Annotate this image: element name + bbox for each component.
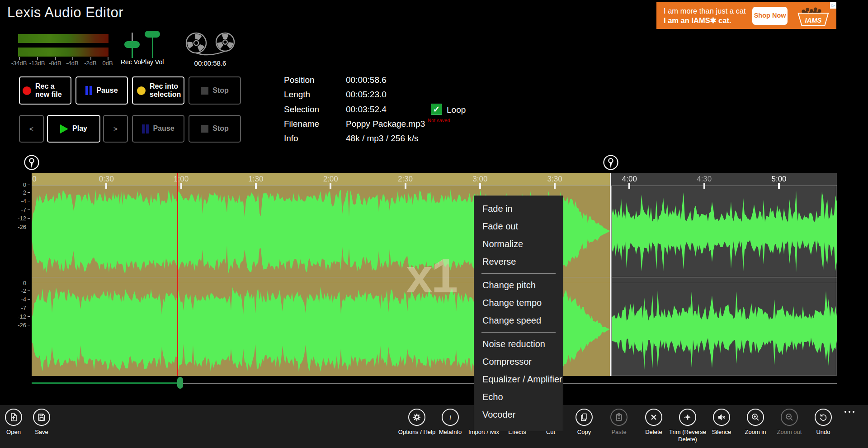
filename-value: Poppy Package.mp3	[346, 119, 425, 129]
rec-new-file-button[interactable]: Rec a new file	[19, 76, 71, 105]
play-volume-label: Play Vol	[141, 58, 164, 66]
db-axis-tick	[28, 299, 30, 300]
timeline-tick-mark	[330, 183, 331, 189]
toolbar-button-undo[interactable]: Undo	[803, 409, 844, 436]
db-axis-tick	[28, 316, 30, 317]
record-circle-icon	[23, 86, 31, 95]
zoom-level-watermark: x1	[406, 252, 457, 300]
play-button[interactable]: Play	[47, 115, 100, 143]
play-volume-handle[interactable]	[145, 31, 160, 38]
play-pause-button[interactable]: Pause	[132, 115, 184, 143]
record-into-circle-icon	[137, 86, 146, 95]
pause-bars-icon	[85, 86, 92, 95]
loop-label: Loop	[447, 105, 466, 115]
rec-pause-button[interactable]: Pause	[75, 76, 128, 105]
db-axis-label: -12	[14, 313, 26, 320]
timeline-ruler[interactable]	[32, 173, 611, 186]
playhead[interactable]	[177, 173, 178, 376]
marker-pin-start[interactable]	[23, 154, 41, 174]
copy-icon	[576, 409, 593, 426]
db-axis-label: -7	[14, 305, 26, 311]
menu-item-fade-out[interactable]: Fade out	[474, 218, 563, 235]
menu-item-fade-in[interactable]: Fade in	[474, 200, 563, 218]
db-axis-tick	[28, 283, 30, 283]
menu-item-vocoder[interactable]: Vocoder	[474, 406, 563, 424]
rec-volume-handle[interactable]	[124, 41, 140, 48]
loop-checkbox[interactable]: ✓	[431, 104, 442, 115]
db-axis-tick	[28, 185, 30, 185]
effects-menu: Fade in Fade out Normalize Reverse Chang…	[474, 195, 563, 431]
info-row-label: Position	[284, 75, 315, 85]
pause-bars-icon	[142, 124, 149, 133]
app-title: Lexis Audio Editor	[7, 5, 123, 21]
timeline-tick-label: 3:30	[547, 175, 562, 184]
timeline-tick-mark	[479, 183, 481, 189]
timeline-tick-label: 1:30	[248, 175, 263, 184]
position-value: 00:00:58.6	[346, 75, 387, 85]
timeline-tick-label: 1:00	[174, 175, 189, 184]
db-axis-tick	[28, 227, 30, 227]
trim-icon	[679, 409, 696, 426]
menu-separator	[481, 332, 556, 333]
silence-icon	[713, 409, 730, 426]
open-icon	[5, 409, 22, 426]
db-axis-tick	[28, 201, 30, 201]
timeline-tick-label: 0:30	[99, 175, 114, 184]
ad-banner[interactable]: I am more than just a cat I am an IAMS✱ …	[656, 2, 836, 29]
save-icon	[33, 409, 50, 426]
more-button[interactable]	[844, 411, 854, 413]
marker-pin-end[interactable]	[602, 154, 620, 174]
rec-stop-button[interactable]: Stop	[189, 76, 241, 105]
skip-back-button[interactable]: <	[19, 115, 44, 143]
db-axis-tick	[28, 192, 30, 193]
db-axis-label: -2	[14, 189, 26, 196]
tape-reels-icon	[183, 30, 236, 59]
svg-text:IAMS: IAMS	[805, 17, 822, 24]
selection-value: 00:03:52.4	[346, 105, 387, 114]
db-axis-label: -2	[14, 287, 26, 294]
info-icon: i	[442, 409, 459, 426]
menu-item-compressor[interactable]: Compressor	[474, 353, 563, 371]
timeline-tick-label: 3:00	[472, 175, 487, 184]
db-label: -4dB	[66, 60, 78, 67]
db-axis-label: 0	[14, 280, 26, 286]
info-row-label: Selection	[284, 105, 319, 114]
timeline-tick-mark	[255, 183, 257, 189]
db-label: -8dB	[49, 60, 61, 67]
app-window: Lexis Audio Editor Rec Vol Play Vol	[0, 0, 868, 448]
menu-item-reverse[interactable]: Reverse	[474, 253, 563, 271]
toolbar-button-save[interactable]: Save	[21, 409, 62, 436]
level-meter-right	[18, 48, 108, 57]
menu-item-change-speed[interactable]: Change speed	[474, 312, 563, 329]
menu-item-change-pitch[interactable]: Change pitch	[474, 276, 563, 294]
db-axis-tick	[28, 308, 30, 308]
menu-item-equalizer-amplifier[interactable]: Equalizer / Amplifier	[474, 371, 563, 388]
rec-volume-label: Rec Vol	[121, 58, 142, 66]
shop-now-button[interactable]: Shop Now	[752, 7, 788, 25]
stop-square-icon	[201, 87, 208, 95]
menu-item-noise-reduction[interactable]: Noise reduction	[474, 335, 563, 353]
timeline-tick-mark	[180, 183, 182, 189]
seek-handle[interactable]	[177, 377, 183, 389]
timeline-tick-mark	[778, 183, 780, 189]
info-row-label: Filename	[284, 119, 319, 129]
skip-forward-button[interactable]: >	[103, 115, 128, 143]
db-label: -13dB	[29, 60, 45, 67]
timeline-tick-label: 4:00	[622, 175, 637, 184]
menu-item-change-tempo[interactable]: Change tempo	[474, 294, 563, 312]
menu-separator	[481, 273, 556, 274]
ad-text: I am more than just a cat I am an IAMS✱ …	[664, 6, 747, 25]
timeline-ruler[interactable]	[611, 173, 837, 186]
menu-item-normalize[interactable]: Normalize	[474, 235, 563, 253]
iams-bowl-icon: IAMS	[790, 2, 836, 29]
bottom-toolbar: OpenSaveOptions / HelpiMetaInfoImport / …	[0, 405, 868, 448]
db-axis-tick	[28, 325, 30, 325]
adchoices-icon[interactable]: ▷	[830, 2, 836, 9]
rec-into-selection-button[interactable]: Rec into selection	[132, 76, 184, 105]
timeline-tick-mark	[703, 183, 705, 189]
zoom-out-icon	[781, 409, 798, 426]
stop-square-icon	[201, 125, 208, 133]
play-stop-button[interactable]: Stop	[189, 115, 241, 143]
menu-item-echo[interactable]: Echo	[474, 388, 563, 406]
db-axis-tick	[28, 218, 30, 219]
